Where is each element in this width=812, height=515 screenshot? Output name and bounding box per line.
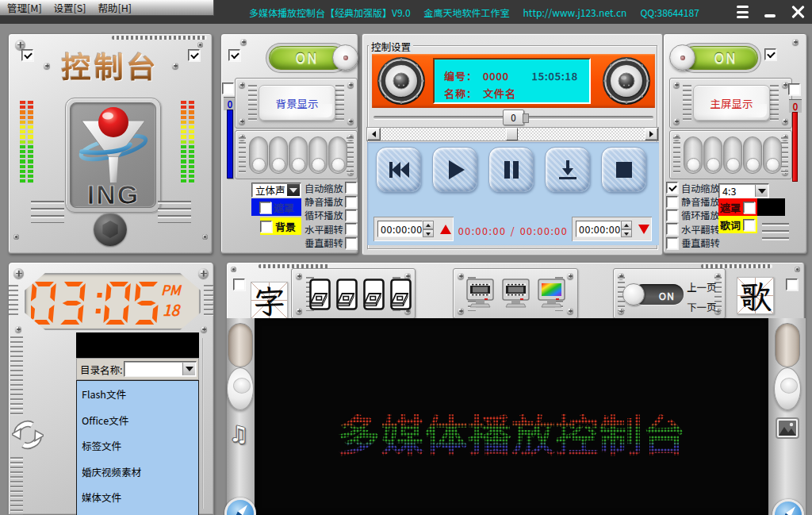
spin-up-icon[interactable] xyxy=(621,221,632,229)
slider-knob[interactable] xyxy=(766,158,779,171)
dropdown-arrow-icon[interactable] xyxy=(755,185,768,197)
scroll-left-arrow[interactable] xyxy=(367,128,381,140)
next-page-button[interactable]: 下一页 xyxy=(687,299,717,314)
file-list-item[interactable]: 婚庆视频素材 xyxy=(77,459,198,485)
start-time-spinner[interactable] xyxy=(423,221,434,237)
channel-slider-4[interactable] xyxy=(328,136,347,174)
display-right-checkbox[interactable] xyxy=(786,279,798,290)
marker-down-icon[interactable] xyxy=(638,225,649,234)
channel-slider-2[interactable] xyxy=(723,136,742,174)
slider-knob[interactable] xyxy=(292,158,305,171)
channel-slider-3[interactable] xyxy=(743,136,762,174)
compass-left-button[interactable] xyxy=(224,498,256,515)
compass-right-button[interactable] xyxy=(772,499,804,515)
channel-slider-0[interactable] xyxy=(249,136,268,174)
dropdown-arrow-icon[interactable] xyxy=(182,363,195,375)
start-time-input[interactable]: 00:00:00 xyxy=(377,221,423,237)
slider-knob[interactable] xyxy=(687,158,700,171)
picture-icon[interactable] xyxy=(775,417,801,440)
channel-slider-2[interactable] xyxy=(289,136,308,174)
text-mode-button[interactable]: 字 xyxy=(251,282,288,319)
audio-mode-dropdown[interactable]: 立体声 xyxy=(251,183,301,198)
option-checkbox[interactable] xyxy=(666,196,678,208)
rocker-switch-3[interactable] xyxy=(390,279,412,310)
side-slider-track[interactable] xyxy=(775,323,800,367)
marker-up-icon[interactable] xyxy=(440,225,451,234)
end-time-spinner[interactable] xyxy=(621,221,632,237)
pause-button[interactable] xyxy=(488,147,534,192)
display-left-checkbox[interactable] xyxy=(233,279,245,290)
option-checkbox[interactable] xyxy=(345,196,357,208)
channel-slider-4[interactable] xyxy=(763,136,782,174)
end-time-input[interactable]: 00:00:00 xyxy=(576,221,621,237)
slider-knob[interactable] xyxy=(252,158,266,171)
rocker-switch-2[interactable] xyxy=(363,279,385,310)
side-slider-track[interactable] xyxy=(228,323,253,367)
directory-combobox[interactable] xyxy=(124,361,197,377)
film-monitor-button-2[interactable] xyxy=(501,278,530,309)
song-mode-button[interactable]: 歌 xyxy=(737,277,774,314)
main-screen-display-button[interactable]: 主屏显示 xyxy=(693,85,770,121)
left-power-toggle[interactable]: ON xyxy=(267,44,359,71)
slider-knob[interactable] xyxy=(272,158,285,171)
side-slider-knob[interactable] xyxy=(227,367,254,410)
slider-knob[interactable] xyxy=(331,158,345,171)
option-checkbox[interactable] xyxy=(666,209,678,221)
dropdown-arrow-icon[interactable] xyxy=(287,184,300,196)
left-power-knob[interactable] xyxy=(332,44,358,71)
menu-item-manage[interactable]: 管理[M] xyxy=(7,0,42,15)
prev-page-button[interactable]: 上一页 xyxy=(687,279,717,294)
seek-thumb[interactable]: 0 xyxy=(503,110,524,125)
menu-item-settings[interactable]: 设置[S] xyxy=(54,0,86,15)
slider-knob[interactable] xyxy=(726,158,740,171)
right-lyrics-checkbox[interactable] xyxy=(743,219,755,231)
left-volume-checkbox[interactable] xyxy=(222,83,234,94)
left-background-checkbox[interactable] xyxy=(260,221,272,233)
background-display-button[interactable]: 背景显示 xyxy=(259,85,335,121)
music-note-icon[interactable]: ♫ xyxy=(229,417,248,448)
option-checkbox[interactable] xyxy=(345,237,357,249)
scrollbar-thumb[interactable] xyxy=(506,128,518,140)
deck-right-corner-checkbox[interactable] xyxy=(764,48,776,60)
rocker-switch-0[interactable] xyxy=(309,279,331,310)
right-power-toggle[interactable]: ON xyxy=(669,44,761,71)
right-mask-checkbox[interactable] xyxy=(743,202,755,213)
refresh-icon[interactable] xyxy=(12,418,44,452)
file-list-item[interactable]: 媒体文件 xyxy=(77,484,198,510)
option-checkbox[interactable] xyxy=(345,209,357,221)
option-checkbox[interactable] xyxy=(666,237,678,249)
spin-down-icon[interactable] xyxy=(423,229,434,238)
stop-button[interactable] xyxy=(601,147,646,192)
file-list-item[interactable]: 标签文件 xyxy=(77,432,198,459)
right-power-knob[interactable] xyxy=(669,44,695,71)
bolt-button[interactable] xyxy=(94,213,127,246)
option-checkbox[interactable] xyxy=(345,223,357,235)
channel-slider-1[interactable] xyxy=(703,136,722,174)
deck-left-corner-checkbox[interactable] xyxy=(228,49,240,61)
slider-knob[interactable] xyxy=(746,158,760,171)
menu-item-help[interactable]: 帮助[H] xyxy=(98,0,132,15)
left-volume-slider[interactable] xyxy=(227,110,233,179)
channel-slider-1[interactable] xyxy=(269,136,288,174)
slider-knob[interactable] xyxy=(707,158,720,171)
rocker-switch-1[interactable] xyxy=(336,279,358,310)
color-monitor-button[interactable] xyxy=(537,278,566,309)
channel-slider-0[interactable] xyxy=(684,136,703,174)
horizontal-scrollbar[interactable] xyxy=(366,127,659,141)
channel-slider-3[interactable] xyxy=(308,136,327,174)
spin-down-icon[interactable] xyxy=(621,229,632,238)
option-checkbox[interactable] xyxy=(345,182,357,194)
right-volume-checkbox[interactable] xyxy=(788,83,800,95)
option-checkbox[interactable] xyxy=(666,223,678,235)
hamburger-menu-icon[interactable] xyxy=(737,6,749,18)
play-button[interactable] xyxy=(432,147,477,192)
minimize-icon[interactable] xyxy=(764,14,776,17)
option-checkbox[interactable] xyxy=(666,182,678,194)
right-volume-slider[interactable] xyxy=(792,112,798,182)
file-list-item[interactable]: Flash文件 xyxy=(77,381,198,407)
side-slider-knob[interactable] xyxy=(774,367,801,410)
screen-power-toggle[interactable]: ON xyxy=(622,282,684,306)
screen-power-knob[interactable] xyxy=(622,283,645,306)
previous-button[interactable] xyxy=(376,147,421,192)
left-mask-checkbox[interactable] xyxy=(259,202,271,213)
